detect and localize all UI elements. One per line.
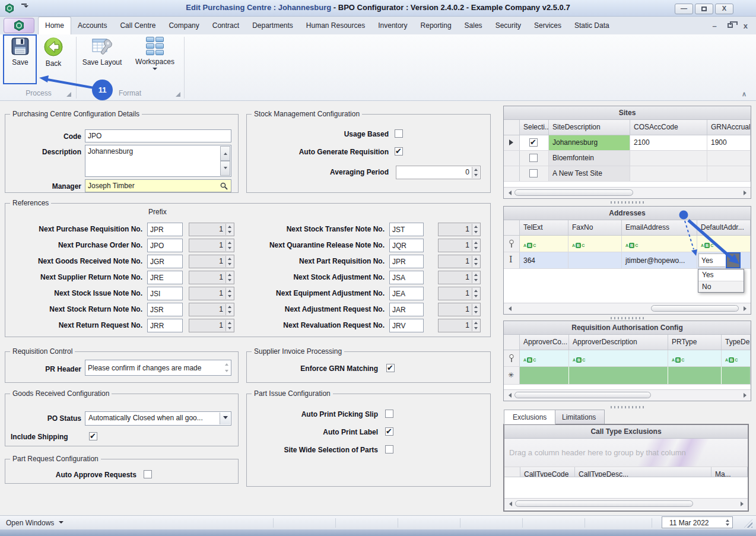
defaultaddr-dropdown-button[interactable] <box>727 253 739 267</box>
auto-approve-checkbox[interactable] <box>144 470 152 478</box>
dropdown-button[interactable] <box>220 413 230 424</box>
dropdown-option-yes[interactable]: Yes <box>698 269 744 281</box>
code-input[interactable]: JPO <box>85 129 231 142</box>
group-by-box[interactable]: Drag a column header here to group by th… <box>504 439 748 467</box>
ref-counter-spinner[interactable]: 1 <box>189 255 234 268</box>
ref-prefix-input[interactable]: JQR <box>389 239 424 252</box>
column-header-calltypedesc[interactable]: CallTypeDesc... <box>575 467 711 477</box>
ribbon-collapse-icon[interactable]: ∧ <box>742 90 747 98</box>
ref-counter-spinner[interactable]: 1 <box>438 271 481 284</box>
filter-cell[interactable]: ABC <box>622 236 697 252</box>
filter-cell[interactable]: ABC <box>697 236 751 252</box>
column-header-grnaccrual[interactable]: GRNAccrual... <box>707 120 751 135</box>
filter-cell[interactable]: ABC <box>668 350 722 366</box>
ref-counter-spinner[interactable]: 1 <box>438 303 481 316</box>
ref-prefix-input[interactable]: JPO <box>147 239 183 252</box>
filter-cell[interactable]: ABC <box>722 350 751 366</box>
site-cell[interactable]: Johannesburg <box>549 135 630 150</box>
scroll-left-icon[interactable] <box>504 502 514 506</box>
column-header-approvercode[interactable]: ApproverCo... <box>520 335 569 350</box>
req-auth-hscrollbar[interactable] <box>504 389 751 401</box>
spinner-buttons[interactable] <box>225 256 233 267</box>
spinner-buttons[interactable] <box>472 256 479 267</box>
cos-cell[interactable]: 2100 <box>630 135 707 150</box>
filter-cell[interactable]: ABC <box>520 236 568 252</box>
tab-contract[interactable]: Contract <box>206 17 246 34</box>
new-cell[interactable] <box>569 367 668 384</box>
grn-cell[interactable]: 1900 <box>707 135 751 150</box>
tab-static-data[interactable]: Static Data <box>568 17 616 34</box>
cos-cell[interactable] <box>630 166 707 181</box>
scroll-right-icon[interactable] <box>738 502 748 506</box>
ref-prefix-input[interactable]: JPR <box>389 255 424 268</box>
tab-company[interactable]: Company <box>162 17 205 34</box>
spinner-buttons[interactable] <box>472 224 479 235</box>
spinner-buttons[interactable] <box>472 167 479 178</box>
column-header-typedesc[interactable]: TypeDe... <box>722 335 751 350</box>
filter-cell[interactable]: ABC <box>520 350 569 366</box>
new-cell[interactable] <box>668 367 722 384</box>
ref-prefix-input[interactable]: JSA <box>389 271 424 284</box>
scroll-up-icon[interactable] <box>220 146 230 161</box>
po-status-dropdown[interactable]: Automatically Closed when all goo... <box>85 411 231 426</box>
filter-row[interactable]: ABC ABC ABC ABC <box>504 350 751 367</box>
splitter-handle[interactable] <box>611 201 644 204</box>
site-wide-selection-checkbox[interactable] <box>385 445 393 453</box>
spinner-buttons[interactable] <box>472 304 479 315</box>
ref-prefix-input[interactable]: JGR <box>147 255 183 268</box>
ref-counter-spinner[interactable]: 1 <box>438 223 481 236</box>
email-cell[interactable]: jtimber@hopewo... <box>622 252 697 268</box>
spinner-buttons[interactable] <box>225 288 233 299</box>
ref-prefix-input[interactable]: JSI <box>147 287 183 300</box>
usage-based-checkbox[interactable] <box>395 129 403 138</box>
column-header-cut[interactable]: Ma... <box>711 467 748 477</box>
splitter-handle[interactable] <box>611 406 644 408</box>
tab-security[interactable]: Security <box>489 17 528 34</box>
sites-hscrollbar[interactable] <box>504 187 751 198</box>
workspaces-button[interactable]: Workspaces <box>132 37 178 72</box>
defaultaddr-cell[interactable]: Yes <box>697 252 751 268</box>
auto-print-label-checkbox[interactable]: ✔ <box>385 427 393 436</box>
workspaces-dropdown-icon[interactable] <box>153 68 157 72</box>
tab-accounts[interactable]: Accounts <box>71 17 113 34</box>
tab-exclusions[interactable]: Exclusions <box>504 410 555 424</box>
averaging-period-spinner[interactable]: 0 <box>396 166 481 179</box>
spinner-buttons[interactable] <box>225 224 233 235</box>
column-header-selected[interactable]: Selecti... <box>520 120 549 135</box>
scroll-thumb[interactable] <box>514 189 633 196</box>
mdi-restore-icon[interactable] <box>728 23 733 28</box>
new-cell[interactable] <box>520 367 569 384</box>
spinner-buttons[interactable] <box>225 272 233 283</box>
site-selected-checkbox[interactable] <box>529 169 538 177</box>
telext-cell[interactable]: 364 <box>520 252 568 268</box>
ref-counter-spinner[interactable]: 1 <box>189 303 234 316</box>
selected-cell[interactable]: ✔ <box>520 135 549 150</box>
format-dialog-launcher-icon[interactable] <box>176 92 180 97</box>
column-header-sitedescription[interactable]: SiteDescription <box>549 120 630 135</box>
resize-grip[interactable] <box>744 519 752 528</box>
ref-counter-spinner[interactable]: 1 <box>438 239 481 252</box>
enforce-grn-checkbox[interactable]: ✔ <box>386 364 395 372</box>
manager-input[interactable]: Joseph Timber <box>85 179 231 192</box>
date-editor[interactable]: 11 Mar 2022 <box>662 516 733 528</box>
back-button[interactable]: Back <box>39 37 68 68</box>
call-type-hscrollbar[interactable] <box>504 498 748 509</box>
ref-counter-spinner[interactable]: 1 <box>189 223 234 236</box>
spinner-buttons[interactable] <box>472 288 479 299</box>
column-header-cosacccode[interactable]: COSAccCode <box>630 120 707 135</box>
splitter-handle[interactable] <box>611 317 644 319</box>
spinner-buttons[interactable] <box>225 320 233 331</box>
dropdown-option-no[interactable]: No <box>698 281 744 292</box>
pr-header-input[interactable]: Please confirm if changes are made <box>85 360 231 376</box>
open-windows-button[interactable]: Open Windows <box>6 519 63 527</box>
filter-row[interactable]: ABC ABC ABC ABC <box>504 236 751 252</box>
column-header-approverdesc[interactable]: ApproverDescription <box>569 335 668 350</box>
ref-prefix-input[interactable]: JPR <box>147 223 183 236</box>
address-row[interactable]: I 364 jtimber@hopewo... Yes <box>504 252 751 269</box>
selected-cell[interactable] <box>520 151 549 166</box>
tab-limitations[interactable]: Limitations <box>553 410 605 424</box>
scroll-right-icon[interactable] <box>741 393 751 398</box>
description-input[interactable]: Johannesburg <box>85 145 231 177</box>
new-cell[interactable] <box>722 367 751 384</box>
tab-sales[interactable]: Sales <box>458 17 489 34</box>
